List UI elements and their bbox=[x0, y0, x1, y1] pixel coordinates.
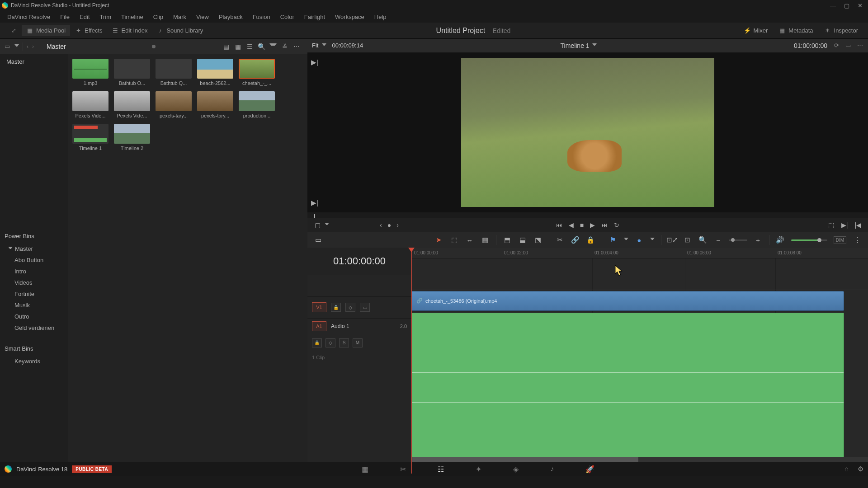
empty-track-area[interactable] bbox=[411, 258, 868, 290]
menu-fusion[interactable]: Fusion bbox=[248, 13, 275, 21]
clip-item[interactable]: 1.mp3 bbox=[72, 59, 108, 86]
first-frame-button[interactable]: ⏮ bbox=[556, 221, 562, 229]
edit-index-toggle[interactable]: ☰Edit Index bbox=[107, 25, 152, 36]
in-out-icon[interactable]: ⬚ bbox=[827, 222, 835, 228]
inspector-toggle[interactable]: ✶Inspector bbox=[820, 25, 863, 36]
bin-fortnite[interactable]: Fortnite bbox=[0, 288, 68, 300]
sort-icon[interactable]: ≚ bbox=[281, 43, 288, 50]
menu-file[interactable]: File bbox=[56, 13, 74, 21]
go-start-icon[interactable]: |◀ bbox=[854, 222, 862, 228]
flag-icon[interactable]: ⚑ bbox=[609, 236, 618, 244]
bin-videos[interactable]: Videos bbox=[0, 277, 68, 288]
timeline-scrollbar[interactable] bbox=[411, 457, 868, 462]
timeline-view-options-icon[interactable]: ▭ bbox=[314, 236, 323, 244]
dim-button[interactable]: DIM bbox=[834, 236, 846, 244]
menu-clip[interactable]: Clip bbox=[149, 13, 168, 21]
media-pool-toggle[interactable]: ▦Media Pool bbox=[22, 25, 70, 36]
zoom-out-icon[interactable]: − bbox=[714, 236, 723, 244]
project-settings-button[interactable]: ⚙ bbox=[858, 465, 863, 473]
volume-icon[interactable]: 🔊 bbox=[776, 236, 785, 244]
cut-page-button[interactable]: ✂ bbox=[400, 465, 406, 474]
timeline-name[interactable]: Timeline 1 bbox=[561, 42, 590, 49]
custom-zoom-icon[interactable]: 🔍 bbox=[698, 236, 708, 244]
menu-color[interactable]: Color bbox=[276, 13, 299, 21]
bin-musik[interactable]: Musik bbox=[0, 300, 68, 311]
insert-clip-icon[interactable]: ⬒ bbox=[503, 236, 512, 244]
audio-lock-icon[interactable]: 🔒 bbox=[312, 338, 322, 347]
color-page-button[interactable]: ◈ bbox=[513, 465, 519, 474]
bypass-icon[interactable]: ⟳ bbox=[833, 42, 840, 49]
menu-timeline[interactable]: Timeline bbox=[117, 13, 148, 21]
stop-button[interactable]: ■ bbox=[580, 221, 584, 229]
home-button[interactable]: ⌂ bbox=[844, 465, 849, 473]
minimize-button[interactable]: — bbox=[830, 2, 836, 9]
bin-keywords[interactable]: Keywords bbox=[0, 356, 68, 367]
search-options-icon[interactable] bbox=[269, 43, 277, 50]
trim-tool-icon[interactable]: ⬚ bbox=[450, 236, 459, 244]
menu-trim[interactable]: Trim bbox=[95, 13, 116, 21]
zoom-dropdown-icon[interactable] bbox=[322, 43, 326, 48]
viewer-scrubber[interactable] bbox=[307, 212, 868, 218]
menu-edit[interactable]: Edit bbox=[75, 13, 94, 21]
fusion-page-button[interactable]: ✦ bbox=[476, 465, 481, 474]
transform-icon[interactable]: ▢ bbox=[314, 222, 321, 228]
mute-button[interactable]: M bbox=[353, 338, 363, 347]
metadata-view-icon[interactable]: ▤ bbox=[222, 43, 230, 50]
solo-button[interactable]: S bbox=[339, 338, 349, 347]
effects-toggle[interactable]: ✦Effects bbox=[70, 25, 107, 36]
lock-icon[interactable]: 🔒 bbox=[586, 236, 595, 244]
blade-edit-icon[interactable]: ✂ bbox=[556, 236, 565, 244]
next-edit-icon[interactable]: ▶| bbox=[311, 199, 318, 207]
menu-mark[interactable]: Mark bbox=[169, 13, 191, 21]
video-track-header[interactable]: V1 🔒 ◇ ▭ bbox=[307, 296, 411, 318]
power-bin-master[interactable]: Master bbox=[0, 243, 68, 254]
detail-zoom-icon[interactable]: ⊡ bbox=[683, 236, 692, 244]
timeline-ruler[interactable]: 01:00:00:00 01:00:02:00 01:00:04:00 01:0… bbox=[411, 248, 868, 258]
clip-item[interactable]: Timeline 2 bbox=[114, 124, 150, 151]
playhead-icon[interactable] bbox=[408, 248, 415, 252]
menu-playback[interactable]: Playback bbox=[214, 13, 247, 21]
flag-dropdown-icon[interactable] bbox=[624, 238, 628, 242]
bin-intro[interactable]: Intro bbox=[0, 266, 68, 277]
audio-track-header[interactable]: A1 Audio 1 2.0 🔒 ◇ S M 1 Clip bbox=[307, 318, 411, 362]
media-page-button[interactable]: ▦ bbox=[362, 465, 368, 474]
menu-workspace[interactable]: Workspace bbox=[330, 13, 369, 21]
clip-item[interactable]: beach-2562... bbox=[197, 59, 233, 86]
menu-davinci-resolve[interactable]: DaVinci Resolve bbox=[3, 13, 55, 21]
bin-abo-button[interactable]: Abo Button bbox=[0, 254, 68, 266]
menu-help[interactable]: Help bbox=[370, 13, 391, 21]
single-viewer-icon[interactable]: ▭ bbox=[844, 42, 852, 49]
clip-item[interactable]: Pexels Vide... bbox=[72, 91, 108, 118]
sidebar-master[interactable]: Master bbox=[0, 56, 68, 67]
bin-dropdown-icon[interactable] bbox=[14, 44, 19, 49]
mixer-toggle[interactable]: ⚡Mixer bbox=[739, 25, 773, 36]
menu-view[interactable]: View bbox=[192, 13, 213, 21]
link-icon[interactable]: 🔗 bbox=[571, 236, 580, 244]
maximize-button[interactable]: ▢ bbox=[844, 2, 849, 9]
audio-track[interactable] bbox=[411, 313, 868, 462]
audio-clip[interactable] bbox=[411, 313, 844, 462]
track-disable-icon[interactable]: ▭ bbox=[360, 303, 370, 312]
full-extent-zoom-icon[interactable]: ⊡⤢ bbox=[668, 236, 677, 244]
zoom-in-icon[interactable]: + bbox=[754, 236, 763, 244]
replace-clip-icon[interactable]: ⬔ bbox=[533, 236, 542, 244]
record-timecode[interactable]: 01:00:00:00 bbox=[794, 42, 827, 49]
dynamic-trim-icon[interactable]: ↔ bbox=[465, 236, 474, 244]
timeline-dropdown-icon[interactable] bbox=[592, 43, 597, 48]
audio-options-icon[interactable]: ⋮ bbox=[853, 236, 862, 244]
track-auto-select-icon[interactable]: ◇ bbox=[345, 303, 355, 312]
viewer-options-icon[interactable]: ⋯ bbox=[856, 42, 863, 49]
video-track-badge[interactable]: V1 bbox=[312, 302, 326, 312]
bin-list-icon[interactable]: ▭ bbox=[4, 43, 11, 50]
blade-tool-icon[interactable]: ▦ bbox=[481, 236, 490, 244]
options-icon[interactable]: ⋯ bbox=[293, 43, 300, 50]
transform-dropdown-icon[interactable] bbox=[325, 223, 329, 227]
volume-slider[interactable] bbox=[791, 239, 827, 241]
marker-icon[interactable]: ● bbox=[635, 236, 644, 244]
audio-track-badge[interactable]: A1 bbox=[312, 321, 326, 331]
bin-geld-verdienen[interactable]: Geld verdienen bbox=[0, 322, 68, 333]
zoom-fit[interactable]: Fit bbox=[312, 42, 318, 49]
thumbnail-view-icon[interactable]: ▦ bbox=[234, 43, 241, 50]
zoom-slider[interactable] bbox=[729, 239, 747, 241]
fairlight-page-button[interactable]: ♪ bbox=[550, 465, 554, 474]
